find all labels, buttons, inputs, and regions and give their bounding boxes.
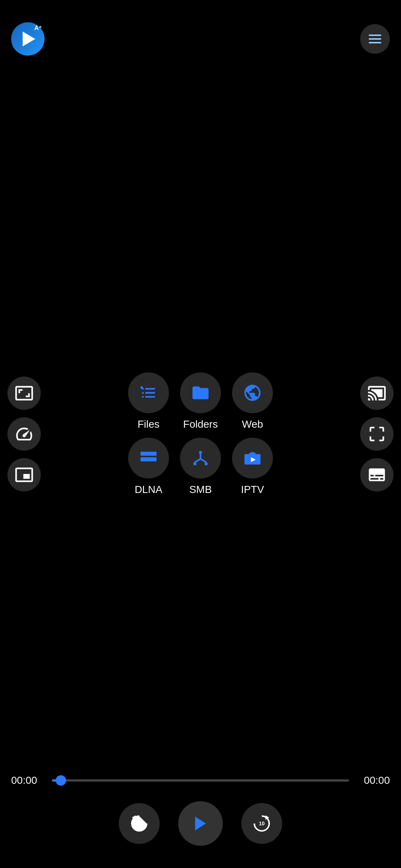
resize-icon	[367, 424, 387, 444]
menu-line-1	[369, 34, 381, 36]
dlna-icon-circle	[128, 438, 169, 479]
folders-label: Folders	[183, 418, 218, 430]
source-grid-container: Files Folders Web	[128, 372, 273, 496]
play-logo-icon	[23, 32, 35, 46]
svg-text:10: 10	[259, 821, 265, 826]
svg-rect-0	[140, 387, 143, 389]
subtitle-button[interactable]	[360, 458, 394, 491]
iptv-label: IPTV	[241, 484, 264, 496]
iptv-icon	[243, 448, 262, 468]
svg-marker-15	[195, 816, 206, 831]
cast-icon	[367, 384, 387, 403]
forward-button[interactable]: 10	[241, 803, 282, 844]
current-time: 00:00	[11, 775, 45, 786]
menu-button[interactable]	[360, 24, 390, 54]
player-bottom: 00:00 00:00 10 10	[0, 775, 401, 868]
svg-text:10: 10	[136, 821, 142, 826]
svg-line-9	[195, 459, 200, 462]
rewind-icon: 10	[128, 812, 150, 835]
play-icon	[191, 814, 210, 833]
dlna-icon	[139, 448, 158, 468]
rewind-button[interactable]: 10	[119, 803, 160, 844]
source-grid: Files Folders Web	[128, 372, 273, 496]
resize-button[interactable]	[360, 417, 394, 451]
svg-point-7	[205, 462, 208, 466]
cast-button[interactable]	[360, 377, 394, 410]
files-label: Files	[137, 418, 159, 430]
files-icon-circle	[128, 372, 169, 413]
web-label: Web	[242, 418, 263, 430]
progress-bar[interactable]	[52, 779, 349, 782]
aspect-ratio-button[interactable]	[7, 377, 41, 410]
svg-point-5	[199, 451, 202, 454]
controls-row: 10 10	[11, 801, 390, 846]
time-bar-row: 00:00 00:00	[11, 775, 390, 786]
svg-point-4	[153, 458, 154, 460]
iptv-icon-circle	[232, 438, 273, 479]
pip-button[interactable]	[7, 458, 41, 491]
left-side-buttons	[7, 377, 41, 491]
folders-icon-circle	[180, 372, 221, 413]
web-icon	[243, 383, 262, 402]
subtitle-icon	[367, 465, 387, 484]
files-icon	[139, 383, 158, 402]
source-item-files[interactable]: Files	[128, 372, 169, 430]
menu-line-3	[369, 42, 381, 43]
svg-point-6	[193, 462, 197, 466]
source-item-iptv[interactable]: IPTV	[232, 438, 273, 496]
source-item-folders[interactable]: Folders	[180, 372, 221, 430]
dlna-label: DLNA	[135, 484, 163, 496]
pip-icon	[14, 465, 34, 484]
header	[0, 22, 401, 56]
menu-line-2	[369, 38, 381, 40]
source-item-dlna[interactable]: DLNA	[128, 438, 169, 496]
progress-thumb[interactable]	[56, 775, 66, 786]
svg-line-10	[200, 459, 206, 462]
smb-label: SMB	[189, 484, 212, 496]
web-icon-circle	[232, 372, 273, 413]
right-side-buttons	[360, 377, 394, 491]
source-item-web[interactable]: Web	[232, 372, 273, 430]
app-logo[interactable]	[11, 22, 45, 56]
play-button[interactable]	[178, 801, 223, 846]
aspect-ratio-icon	[14, 384, 34, 403]
source-item-smb[interactable]: SMB	[180, 438, 221, 496]
speed-button[interactable]	[7, 417, 41, 451]
folders-icon	[191, 383, 210, 402]
smb-icon	[191, 448, 210, 468]
total-time: 00:00	[356, 775, 390, 786]
speed-icon	[14, 424, 34, 444]
forward-icon: 10	[251, 812, 273, 835]
smb-icon-circle	[180, 438, 221, 479]
svg-point-3	[153, 453, 154, 454]
